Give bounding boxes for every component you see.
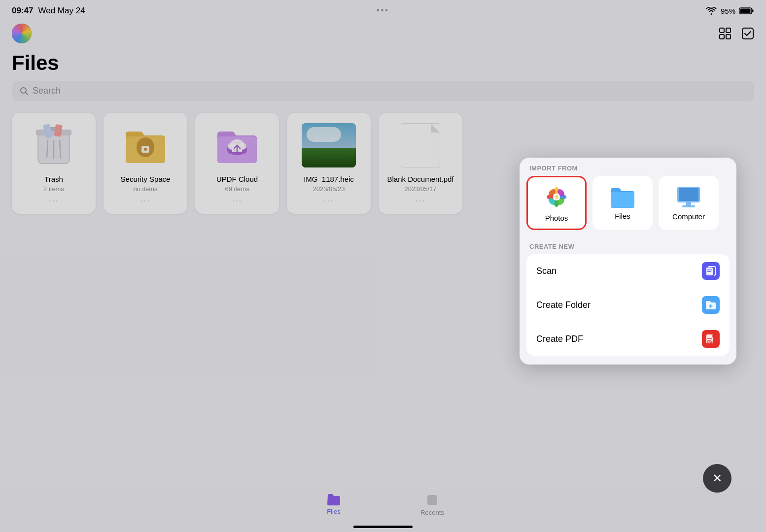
scan-icon-bg (702, 262, 720, 280)
create-pdf-icon-bg: PDF (702, 330, 720, 348)
import-section-label: IMPORT FROM (520, 158, 736, 176)
svg-text:PDF: PDF (707, 341, 713, 344)
create-new-label: CREATE NEW (520, 236, 736, 254)
create-folder-icon-bg (702, 296, 720, 314)
computer-icon (675, 186, 702, 208)
import-popup: IMPORT FROM Photos (520, 158, 736, 365)
create-folder-label: Create Folder (536, 300, 591, 310)
svg-point-39 (555, 195, 558, 199)
scan-icon (705, 266, 716, 276)
svg-rect-44 (682, 205, 695, 207)
svg-rect-40 (611, 192, 634, 208)
files-label: Files (615, 212, 630, 220)
import-icons-row: Photos Files Computer (520, 176, 736, 236)
create-folder-button[interactable]: Create Folder (526, 288, 730, 322)
photos-icon (544, 184, 569, 210)
import-photos-button[interactable]: Photos (526, 176, 587, 230)
create-pdf-icon: PDF (705, 333, 716, 344)
create-folder-icon (705, 300, 716, 310)
create-pdf-button[interactable]: Create PDF PDF (526, 322, 730, 356)
import-computer-button[interactable]: Computer (659, 176, 719, 230)
create-pdf-label: Create PDF (536, 334, 583, 344)
files-folder-icon (610, 186, 635, 208)
close-popup-button[interactable]: ✕ (703, 464, 731, 493)
create-new-section: Scan Create Folder (526, 254, 730, 356)
svg-rect-42 (679, 188, 698, 201)
computer-label: Computer (672, 212, 705, 221)
svg-rect-43 (686, 202, 691, 205)
close-icon: ✕ (712, 471, 722, 485)
svg-rect-51 (707, 338, 712, 339)
import-files-button[interactable]: Files (592, 176, 653, 230)
photos-label: Photos (545, 214, 568, 222)
scan-button[interactable]: Scan (526, 254, 730, 288)
scan-label: Scan (536, 266, 557, 276)
